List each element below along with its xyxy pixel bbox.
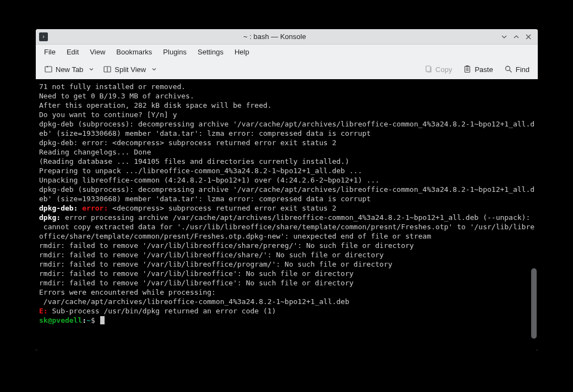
menubar: File Edit View Bookmarks Plugins Setting…	[36, 45, 538, 59]
new-tab-icon	[44, 65, 53, 74]
chevron-down-icon	[151, 67, 157, 72]
menu-edit[interactable]: Edit	[62, 46, 84, 58]
svg-line-10	[509, 70, 511, 73]
new-tab-button[interactable]: New Tab	[40, 63, 87, 76]
svg-point-9	[505, 67, 510, 71]
paste-button[interactable]: Paste	[459, 63, 496, 76]
svg-rect-0	[45, 67, 52, 72]
menu-plugins[interactable]: Plugins	[158, 46, 192, 58]
menu-file[interactable]: File	[39, 46, 61, 58]
split-view-label: Split View	[114, 65, 146, 74]
scrollbar-track[interactable]	[531, 81, 537, 349]
close-button[interactable]	[522, 31, 534, 43]
split-view-dropdown[interactable]	[150, 64, 159, 74]
close-icon	[525, 33, 532, 41]
terminal-output[interactable]: 71 not fully installed or removed. Need …	[39, 82, 537, 348]
menu-bookmarks[interactable]: Bookmarks	[111, 46, 157, 58]
minimize-button[interactable]	[498, 31, 510, 43]
new-tab-dropdown[interactable]	[87, 64, 96, 74]
copy-button: Copy	[420, 63, 456, 76]
chevron-up-icon	[512, 33, 520, 41]
chevron-down-icon	[500, 33, 508, 41]
terminal-area[interactable]: 71 not fully installed or removed. Need …	[36, 79, 538, 351]
menu-settings[interactable]: Settings	[193, 46, 228, 58]
toolbar: New Tab Split View Copy Paste	[36, 59, 538, 79]
search-icon	[504, 65, 513, 74]
split-view-icon	[103, 65, 112, 74]
konsole-window: ~ : bash — Konsole File Edit View Bookma…	[36, 29, 538, 351]
chevron-down-icon	[89, 67, 94, 72]
new-tab-group: New Tab	[40, 63, 96, 76]
new-tab-label: New Tab	[56, 65, 83, 74]
copy-label: Copy	[435, 65, 452, 74]
find-button[interactable]: Find	[500, 63, 533, 76]
svg-rect-3	[426, 66, 430, 71]
find-label: Find	[516, 65, 530, 74]
window-title: ~ : bash — Konsole	[51, 32, 498, 41]
titlebar[interactable]: ~ : bash — Konsole	[36, 29, 538, 45]
paste-label: Paste	[474, 65, 493, 74]
scrollbar-thumb[interactable]	[531, 268, 537, 339]
app-icon	[39, 32, 48, 41]
copy-icon	[424, 65, 433, 74]
maximize-button[interactable]	[510, 31, 522, 43]
paste-icon	[463, 65, 472, 74]
menu-help[interactable]: Help	[230, 46, 254, 58]
split-view-group: Split View	[99, 63, 159, 76]
split-view-button[interactable]: Split View	[99, 63, 150, 76]
menu-view[interactable]: View	[85, 46, 110, 58]
